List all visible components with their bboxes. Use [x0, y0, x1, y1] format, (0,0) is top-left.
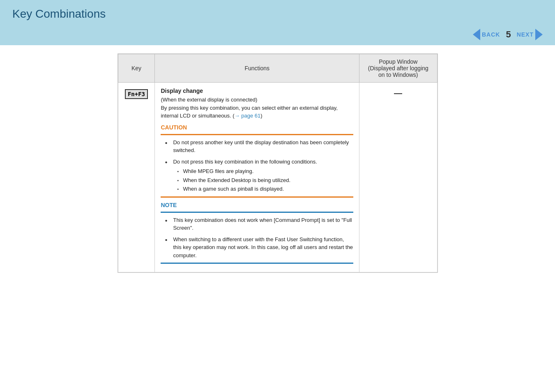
func-title: Display change: [161, 88, 353, 94]
note-bottom-line: [161, 263, 353, 264]
next-button[interactable]: NEXT: [517, 29, 543, 40]
caution-sub-list: While MPEG files are playing. When the E…: [173, 167, 353, 193]
note-item-1: This key combination does not work when …: [165, 216, 353, 232]
page-61-link[interactable]: page 61: [241, 113, 260, 119]
col-header-functions: Functions: [155, 54, 359, 83]
caution-sub-item-3: When a game such as pinball is displayed…: [177, 185, 353, 193]
page-header: Key Combinations BACK 5 NEXT: [0, 0, 555, 45]
popup-dash: [394, 93, 402, 94]
caution-sub-item-2: When the Extended Desktop is being utili…: [177, 176, 353, 184]
next-arrow-icon: [535, 29, 543, 40]
col-header-key: Key: [118, 54, 155, 83]
note-item-2: When switching to a different user with …: [165, 235, 353, 260]
back-button[interactable]: BACK: [473, 29, 500, 40]
content-area: Key Functions Popup Window(Displayed aft…: [0, 45, 555, 281]
back-label: BACK: [482, 31, 500, 38]
page-number: 5: [506, 29, 511, 40]
key-combo-display: Fn+F3: [125, 89, 148, 99]
note-top-line: [161, 212, 353, 213]
back-arrow-icon: [473, 29, 480, 40]
caution-item-2: Do not press this key combination in the…: [165, 158, 353, 193]
key-combinations-table: Key Functions Popup Window(Displayed aft…: [118, 54, 438, 272]
page-title: Key Combinations: [12, 7, 543, 21]
table-row: Fn+F3 Display change (When the external …: [118, 83, 437, 272]
note-list: This key combination does not work when …: [161, 216, 353, 260]
arrow-right-icon: →: [235, 113, 240, 119]
caution-top-line: [161, 134, 353, 135]
caution-list: Do not press another key until the displ…: [161, 138, 353, 193]
next-label: NEXT: [517, 31, 534, 38]
caution-item-1: Do not press another key until the displ…: [165, 138, 353, 154]
col-header-popup: Popup Window(Displayed after loggingon t…: [359, 54, 437, 83]
navigation-bar: BACK 5 NEXT: [12, 29, 543, 45]
caution-heading: CAUTION: [161, 124, 353, 131]
popup-cell: [359, 83, 437, 272]
key-cell: Fn+F3: [118, 83, 155, 272]
function-cell: Display change (When the external displa…: [155, 83, 359, 272]
caution-sub-item-1: While MPEG files are playing.: [177, 167, 353, 175]
key-combinations-table-wrapper: Key Functions Popup Window(Displayed aft…: [117, 53, 438, 273]
caution-bottom-line: [161, 196, 353, 198]
func-desc: (When the external display is connected)…: [161, 96, 353, 120]
note-heading: NOTE: [161, 202, 353, 208]
